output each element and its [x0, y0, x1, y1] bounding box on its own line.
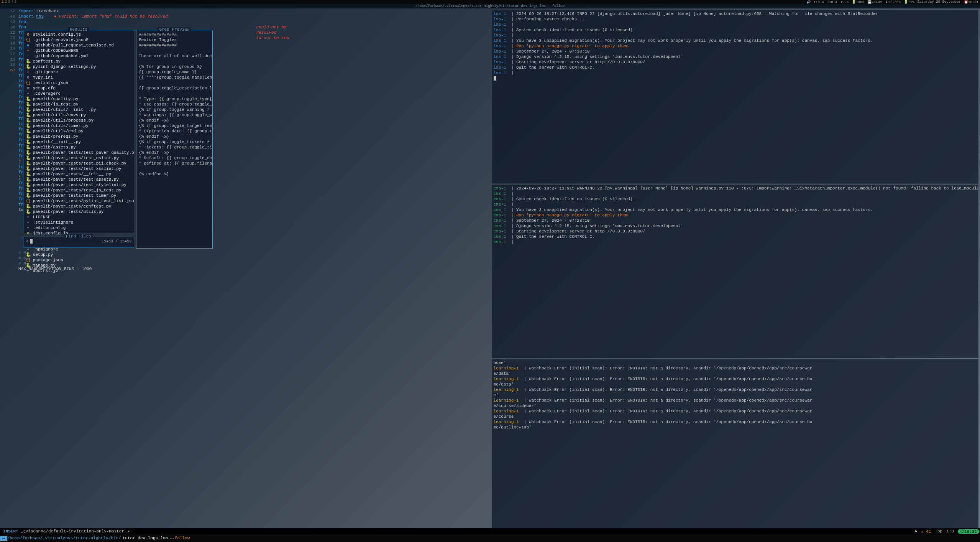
- file-icon: 🐍: [26, 188, 30, 193]
- result-item[interactable]: 🐍 pavelib/utils/__init__.py: [26, 107, 131, 112]
- result-item[interactable]: 🐍 pavelib/paver_tests/test_stylelint.py: [26, 182, 131, 188]
- file-icon: ⚙: [26, 32, 30, 37]
- result-item[interactable]: 🐍 pavelib/paver_tests/test_timer.py: [26, 193, 131, 198]
- result-item[interactable]: ▪ .github/CODEOWNERS: [26, 48, 131, 53]
- result-item[interactable]: ⚙ setup.cfg: [26, 86, 131, 91]
- learning-log-pane[interactable]: home'learning-1 | Watchpack Error (initi…: [492, 359, 979, 533]
- result-item[interactable]: ⚙ mypy.ini: [26, 75, 131, 80]
- result-item[interactable]: 🐍 pavelib/utils/timer.py: [26, 123, 131, 128]
- file-icon: !: [26, 53, 30, 59]
- file-icon: 🐍: [26, 155, 30, 161]
- result-item[interactable]: 🐍 conftest.py: [26, 59, 131, 64]
- result-item[interactable]: 🐍 pavelib/paver_tests/test_xsslint.py: [26, 166, 131, 171]
- result-item[interactable]: 🐍 pavelib/paver_tests/conftest.py: [26, 204, 131, 209]
- command-flag: --follow: [170, 536, 190, 540]
- result-item[interactable]: ▪ LICENSE: [26, 214, 131, 220]
- cms-log-pane[interactable]: cms-1 | 2024-09-26 18:27:13,915 WARNING …: [492, 185, 979, 358]
- workspace-2[interactable]: 2: [5, 0, 7, 4]
- result-item[interactable]: 🐍 pavelib/prereqs.py: [26, 134, 131, 139]
- result-item[interactable]: ▪ .gitignore: [26, 69, 131, 75]
- warning-count: ⚠ 41: [921, 529, 931, 534]
- log-line: cms-1 | System check identified no issue…: [494, 196, 977, 202]
- code-line[interactable]: # M: [18, 250, 489, 255]
- file-icon: 🐍: [26, 161, 30, 166]
- result-item[interactable]: 🐍 pavelib/assets.py: [26, 145, 131, 150]
- log-line: cms-1 | Starting development server at h…: [494, 229, 977, 234]
- result-item[interactable]: 🐍 pavelib/quality.py: [26, 96, 131, 102]
- workspace-5[interactable]: 5: [15, 0, 16, 4]
- file-icon: 🐍: [26, 123, 30, 128]
- result-item[interactable]: 🐍 pavelib/utils/process.py: [26, 118, 131, 123]
- result-item[interactable]: 🐍 pavelib/paver_tests/test_pii_check.py: [26, 161, 131, 166]
- lms-log-pane[interactable]: lms-1 | 2024-09-26 18:27:12,416 INFO 22 …: [492, 10, 979, 184]
- log-line: lms-1 |: [494, 33, 977, 38]
- result-item[interactable]: 🐍 pavelib/paver_tests/test_assets.py: [26, 177, 131, 182]
- code-line[interactable]: MAX_RANDOMIZATION_BINS = 1000: [18, 266, 489, 272]
- log-line: cms-1 | September 27, 2024 - 07:28:10: [494, 218, 977, 223]
- tray-item: Saturday 28 September: [918, 0, 961, 4]
- result-item[interactable]: 🐍 pavelib/js_test.py: [26, 102, 131, 107]
- tray-item: ⬆10.4: [827, 0, 837, 4]
- file-icon: 🐍: [26, 209, 30, 214]
- result-item[interactable]: 🐍 pavelib/utils/cmd.py: [26, 128, 131, 134]
- editor-pane[interactable]: 524043362220191412111067 import tracebac…: [0, 8, 490, 534]
- log-line: lms-1 |: [494, 22, 977, 27]
- result-item[interactable]: 🐍 pavelib/paver_tests/test_paver_quality…: [26, 150, 131, 155]
- result-item[interactable]: {} .github/renovate.json5: [26, 37, 131, 43]
- line-number: 10: [0, 62, 15, 68]
- workspace-3[interactable]: 3: [8, 0, 10, 4]
- line-number: 20: [0, 35, 15, 41]
- result-item[interactable]: 🐍 pylint_django_settings.py: [26, 64, 131, 69]
- log-line: e/course/sidebar': [494, 403, 977, 409]
- workspace-indicators: 12345: [2, 0, 16, 4]
- result-item[interactable]: {} .eslintrc.json: [26, 80, 131, 86]
- workspace-4[interactable]: 4: [11, 0, 13, 4]
- file-icon: 🐍: [26, 150, 30, 155]
- file-icon: ▪: [26, 214, 30, 220]
- result-item[interactable]: ◆ .github/pull_request_template.md: [26, 43, 131, 48]
- terminal-command-bar[interactable]: ➜ /home/farhaan/.virtualenvs/tutor-night…: [0, 534, 980, 542]
- file-icon: 🐍: [26, 134, 30, 139]
- result-item[interactable]: 🐍 pavelib/paver_tests/__init__.py: [26, 171, 131, 177]
- result-item[interactable]: 🐍 pavelib/paver_tests/test_eslint.py: [26, 155, 131, 161]
- results-popup[interactable]: Results ⚙ stylelint.config.js{} .github/…: [23, 30, 134, 233]
- log-line: lms-1 | Run 'python manage.py migrate' t…: [494, 43, 977, 49]
- window-title: /home/farhaan/.virtualenvs/tutor-nightly…: [0, 4, 980, 8]
- tray-item: ⬆9.4: [840, 0, 849, 4]
- result-item[interactable]: ▪ .editorconfig: [26, 225, 131, 231]
- tray-item: 🔊: [806, 0, 811, 4]
- code-line[interactable]: # G: [18, 255, 489, 261]
- workspace-1[interactable]: 1: [2, 0, 3, 4]
- result-item[interactable]: ▪ .coveragerc: [26, 91, 131, 96]
- result-item[interactable]: 🐍 pavelib/__init__.py: [26, 139, 131, 145]
- result-item[interactable]: 🐍 pavelib/utils/envs.py: [26, 112, 131, 118]
- result-item[interactable]: {} pavelib/paver_tests/pylint_test_list.…: [26, 198, 131, 204]
- log-line: cms-1 |: [494, 191, 977, 196]
- file-icon: 🐍: [26, 59, 30, 64]
- editor-mode: INSERT: [1, 529, 21, 534]
- log-line: lms-1 | System check identified no issue…: [494, 27, 977, 33]
- result-item[interactable]: ⚙ stylelint.config.js: [26, 32, 131, 37]
- cursor-position: 1:3: [946, 529, 954, 534]
- file-icon: ▪: [26, 69, 30, 75]
- find-files-popup[interactable]: Find Files > 15453 / 15453: [23, 237, 134, 247]
- branch-icon: ⎇: [21, 529, 26, 534]
- file-icon: 🐍: [26, 177, 30, 182]
- cwd-path: /home/farhaan/.virtualenvs/tutor-nightly…: [7, 536, 121, 540]
- log-line: cms-1 | Quit the server with CONTROL-C.: [494, 234, 977, 239]
- findfiles-cursor: [30, 239, 33, 244]
- file-icon: ◆: [26, 43, 30, 48]
- result-item[interactable]: ! .github/dependabot.yml: [26, 53, 131, 59]
- grep-preview-popup: Grep Preview ############### Feature Tog…: [136, 30, 213, 249]
- code-line[interactable]: fro: [18, 19, 489, 25]
- file-icon: 🐍: [26, 128, 30, 134]
- file-icon: ▪: [26, 220, 30, 225]
- result-item[interactable]: 🐍 pavelib/paver_tests/utils.py: [26, 209, 131, 214]
- result-item[interactable]: ▪ .stylelintignore: [26, 220, 131, 225]
- file-icon: 🐍: [26, 204, 30, 209]
- code-line[interactable]: import traceback: [18, 8, 489, 14]
- code-line[interactable]: # N: [18, 261, 489, 266]
- result-item[interactable]: 🐍 pavelib/paver_tests/test_js_test.py: [26, 188, 131, 193]
- line-number: 52: [0, 8, 15, 14]
- code-line[interactable]: import nh3 ● Pyright: Import "nh3" could…: [18, 14, 489, 19]
